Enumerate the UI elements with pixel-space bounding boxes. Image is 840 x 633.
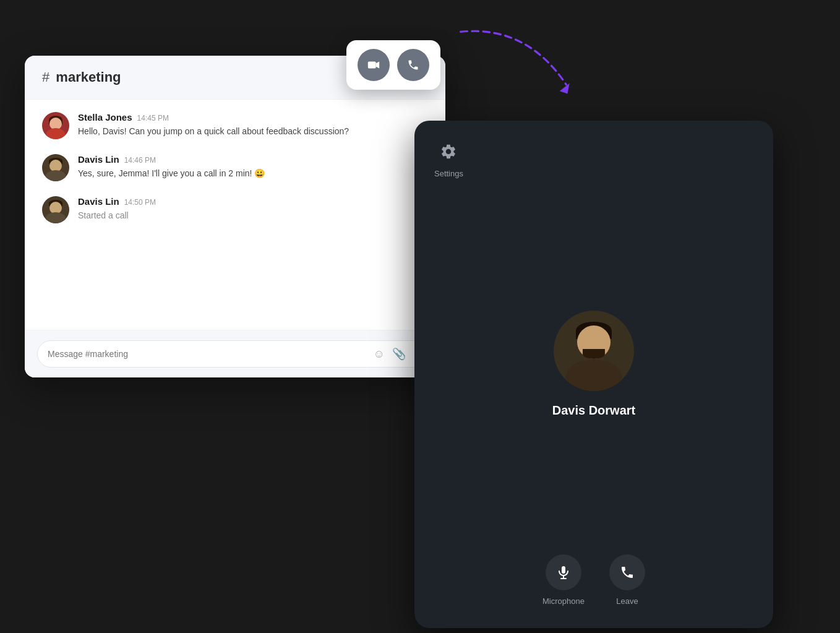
message-text-system: Started a call: [78, 209, 428, 222]
message-author: Davis Lin: [78, 154, 119, 165]
settings-label: Settings: [434, 169, 463, 178]
emoji-icon[interactable]: ☺: [374, 348, 385, 361]
chat-messages: Stella Jones 14:45 PM Hello, Davis! Can …: [25, 100, 445, 330]
chat-input-container: ☺ 📎 ➤: [37, 340, 433, 368]
call-settings-area: Settings: [414, 121, 773, 188]
avatar: [42, 154, 69, 181]
message-content: Stella Jones 14:45 PM Hello, Davis! Can …: [78, 112, 428, 138]
svg-rect-0: [368, 62, 376, 69]
participant-avatar: [554, 311, 634, 391]
settings-icon: [435, 138, 462, 165]
message-row: Stella Jones 14:45 PM Hello, Davis! Can …: [42, 112, 428, 139]
chat-panel: # marketing Stella Jones 14:45 PM Hello,…: [25, 56, 445, 377]
message-content: Davis Lin 14:50 PM Started a call: [78, 196, 428, 222]
settings-button[interactable]: Settings: [434, 138, 463, 178]
message-time: 14:46 PM: [124, 156, 156, 165]
svg-rect-3: [562, 566, 565, 574]
message-meta: Davis Lin 14:50 PM: [78, 196, 428, 207]
participant-name: Davis Dorwart: [552, 403, 636, 418]
message-text: Hello, Davis! Can you jump on a quick ca…: [78, 125, 428, 138]
hash-symbol: #: [42, 69, 53, 85]
avatar: [42, 112, 69, 139]
microphone-label: Microphone: [542, 596, 585, 606]
message-text: Yes, sure, Jemma! I'll give you a call i…: [78, 167, 428, 180]
message-input[interactable]: [48, 349, 366, 359]
message-meta: Davis Lin 14:46 PM: [78, 154, 428, 165]
message-author: Davis Lin: [78, 196, 119, 207]
svg-marker-1: [376, 62, 380, 69]
video-call-button[interactable]: [358, 49, 390, 81]
video-call-panel: Settings Davis Dorwart Microphone: [414, 121, 773, 628]
dashed-arrow: [445, 19, 581, 118]
attachment-icon[interactable]: 📎: [392, 347, 406, 361]
channel-name: marketing: [56, 69, 121, 85]
svg-marker-2: [560, 84, 570, 94]
call-buttons-panel: [346, 40, 440, 90]
leave-button-wrap[interactable]: Leave: [609, 554, 645, 606]
message-meta: Stella Jones 14:45 PM: [78, 112, 428, 123]
leave-label: Leave: [616, 596, 638, 606]
message-row: Davis Lin 14:50 PM Started a call: [42, 196, 428, 223]
message-row: Davis Lin 14:46 PM Yes, sure, Jemma! I'l…: [42, 154, 428, 181]
leave-button[interactable]: [609, 554, 645, 590]
microphone-button[interactable]: [546, 554, 581, 590]
avatar: [42, 196, 69, 223]
phone-call-button[interactable]: [397, 49, 429, 81]
channel-title: # marketing: [42, 69, 121, 85]
chat-input-area: ☺ 📎 ➤: [25, 330, 445, 377]
call-controls: Microphone Leave: [414, 540, 773, 628]
microphone-button-wrap[interactable]: Microphone: [542, 554, 585, 606]
message-time: 14:50 PM: [124, 198, 156, 207]
message-content: Davis Lin 14:46 PM Yes, sure, Jemma! I'l…: [78, 154, 428, 180]
message-author: Stella Jones: [78, 112, 132, 123]
message-time: 14:45 PM: [137, 114, 169, 123]
call-participant-area: Davis Dorwart: [552, 188, 636, 540]
